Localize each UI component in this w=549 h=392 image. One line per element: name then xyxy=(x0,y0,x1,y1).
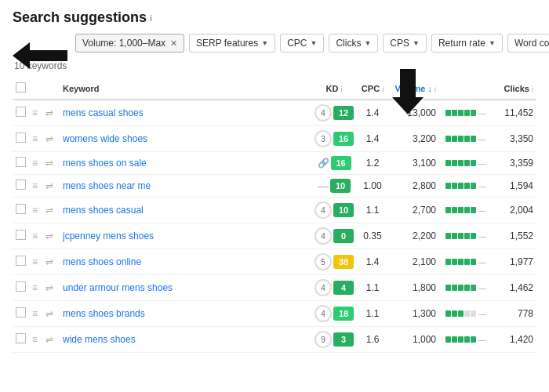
trend-bar-0: — xyxy=(439,100,489,126)
select-all-checkbox[interactable] xyxy=(16,82,26,93)
returnrate-filter-label: Return rate xyxy=(438,38,485,49)
keyword-link-1[interactable]: womens wide shoes xyxy=(63,133,147,144)
serp-icon-9[interactable]: ⇌ xyxy=(45,334,56,345)
keyword-link-7[interactable]: under armour mens shoes xyxy=(63,282,173,293)
volume-cell-6: 2,100 xyxy=(388,249,439,275)
bar-seg xyxy=(452,136,457,142)
list-icon-0[interactable]: ≡ xyxy=(32,107,43,118)
kd-link-icon-2: 🔗 xyxy=(318,158,329,169)
returnrate-filter-chip[interactable]: Return rate ▼ xyxy=(431,34,503,53)
bar-seg xyxy=(458,259,464,265)
cpc-cell-2: 1.2 xyxy=(357,152,388,175)
cpc-filter-label: CPC xyxy=(287,38,307,49)
serp-icon-4[interactable]: ⇌ xyxy=(45,205,56,216)
keyword-link-6[interactable]: mens shoes online xyxy=(63,256,141,267)
serp-filter-chip[interactable]: SERP features ▼ xyxy=(189,34,275,53)
bar-seg xyxy=(464,160,470,166)
list-icon-5[interactable]: ≡ xyxy=(32,230,43,241)
volume-filter-chip[interactable]: Volume: 1,000–Max ✕ xyxy=(75,34,184,53)
bar-seg xyxy=(471,285,476,291)
list-icon-9[interactable]: ≡ xyxy=(32,334,43,345)
keyword-link-5[interactable]: jcpenney mens shoes xyxy=(63,230,154,241)
serp-icon-8[interactable]: ⇌ xyxy=(45,308,56,319)
row-checkbox-1[interactable] xyxy=(16,132,26,143)
row-checkbox-6[interactable] xyxy=(16,256,26,266)
th-kd[interactable]: KD i xyxy=(311,78,357,100)
row-checkbox-4[interactable] xyxy=(16,204,26,214)
trend-bar-5: — xyxy=(439,223,489,249)
bar-seg xyxy=(458,233,464,239)
cpc-filter-chip[interactable]: CPC ▼ xyxy=(280,34,324,53)
serp-icon-2[interactable]: ⇌ xyxy=(45,158,56,169)
row-checkbox-7[interactable] xyxy=(16,281,26,292)
trend-bar-1: — xyxy=(439,126,489,152)
kd-badge-4: 10 xyxy=(333,203,354,217)
list-icon-4[interactable]: ≡ xyxy=(32,205,43,216)
row-actions-9: ≡ ⇌ xyxy=(32,334,56,345)
list-icon-8[interactable]: ≡ xyxy=(32,308,43,319)
row-checkbox-9[interactable] xyxy=(16,333,26,343)
keyword-link-3[interactable]: mens shoes near me xyxy=(63,180,151,191)
row-checkbox-3[interactable] xyxy=(16,180,26,190)
row-checkbox-8[interactable] xyxy=(16,307,26,318)
list-icon-1[interactable]: ≡ xyxy=(32,133,43,144)
kd-dash-3: — xyxy=(318,180,329,192)
serp-icon-6[interactable]: ⇌ xyxy=(45,256,56,267)
wordco-filter-chip[interactable]: Word co... xyxy=(507,34,549,53)
serp-icon-3[interactable]: ⇌ xyxy=(45,180,56,191)
bar-seg xyxy=(458,183,464,189)
kd-badge-0: 12 xyxy=(333,106,354,120)
keyword-link-8[interactable]: mens shoes brands xyxy=(63,308,145,319)
bar-seg xyxy=(445,160,451,166)
trend-bar-8: — xyxy=(439,301,489,327)
volume-filter-label: Volume: 1,000–Max xyxy=(82,38,165,49)
keyword-link-9[interactable]: wide mens shoes xyxy=(63,334,136,345)
th-actions xyxy=(29,78,60,100)
cpc-cell-1: 1.4 xyxy=(357,126,388,152)
serp-icon-0[interactable]: ⇌ xyxy=(45,107,56,118)
th-keyword: Keyword xyxy=(60,78,311,100)
th-volume[interactable]: Volume ↓ i xyxy=(388,78,439,100)
cpc-cell-8: 1.1 xyxy=(357,301,388,327)
list-icon-2[interactable]: ≡ xyxy=(32,158,43,169)
list-icon-3[interactable]: ≡ xyxy=(32,180,43,191)
th-clicks[interactable]: Clicks i xyxy=(489,78,536,100)
clicks-cell-1: 3,350 xyxy=(489,126,536,152)
table-row: ≡ ⇌ mens shoes brands4 181.11,300—778 xyxy=(13,301,536,327)
keyword-link-2[interactable]: mens shoes on sale xyxy=(63,158,147,169)
serp-icon-7[interactable]: ⇌ xyxy=(45,282,56,293)
keyword-link-4[interactable]: mens shoes casual xyxy=(63,205,144,216)
volume-filter-close[interactable]: ✕ xyxy=(170,38,177,49)
trend-bar-2: — xyxy=(439,152,489,175)
cps-filter-chip[interactable]: CPS ▼ xyxy=(383,34,427,53)
bar-seg xyxy=(445,110,451,116)
list-icon-6[interactable]: ≡ xyxy=(32,256,43,267)
bar-seg xyxy=(471,183,476,189)
kd-badge-1: 16 xyxy=(333,132,354,146)
row-checkbox-0[interactable] xyxy=(16,107,26,117)
volume-cell-1: 3,200 xyxy=(388,126,439,152)
row-checkbox-5[interactable] xyxy=(16,230,26,240)
clicks-cell-7: 1,462 xyxy=(489,275,536,301)
serp-icon-5[interactable]: ⇌ xyxy=(45,230,56,241)
row-actions-3: ≡ ⇌ xyxy=(32,180,56,191)
volume-cell-9: 1,000 xyxy=(388,327,439,353)
serp-icon-1[interactable]: ⇌ xyxy=(45,133,56,144)
kd-badge-5: 0 xyxy=(333,229,354,243)
keyword-link-0[interactable]: mens casual shoes xyxy=(63,107,144,118)
th-cpc[interactable]: CPC i xyxy=(357,78,388,100)
bar-seg xyxy=(464,207,470,213)
cpc-cell-7: 1.1 xyxy=(357,275,388,301)
kd-badge-7: 4 xyxy=(333,281,354,295)
bar-seg xyxy=(464,285,470,291)
cpc-cell-4: 1.1 xyxy=(357,198,388,223)
row-checkbox-2[interactable] xyxy=(16,157,26,167)
volume-cell-3: 2,800 xyxy=(388,175,439,198)
bar-seg xyxy=(445,183,451,189)
row-actions-0: ≡ ⇌ xyxy=(32,107,56,118)
clicks-filter-chip[interactable]: Clicks ▼ xyxy=(329,34,378,53)
clicks-cell-8: 778 xyxy=(489,301,536,327)
title-info-icon[interactable]: i xyxy=(150,13,152,23)
list-icon-7[interactable]: ≡ xyxy=(32,282,43,293)
row-actions-4: ≡ ⇌ xyxy=(32,205,56,216)
